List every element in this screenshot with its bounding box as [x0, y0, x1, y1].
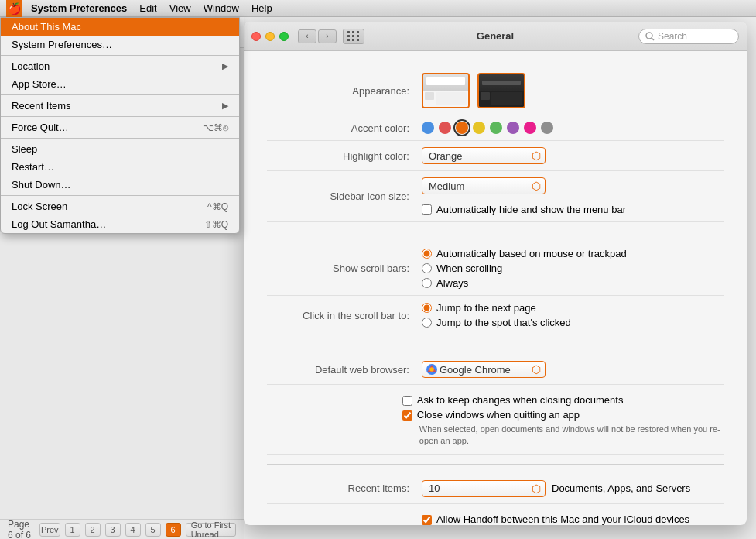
- scroll-auto-radio[interactable]: [422, 249, 432, 259]
- scroll-always-label: Always: [436, 277, 468, 289]
- shortcut-label: ^⌘Q: [207, 201, 228, 212]
- menubar-items: System Preferences Edit View Window Help: [25, 0, 279, 17]
- minimize-button[interactable]: [265, 32, 275, 41]
- sidebar-icon-size-select[interactable]: Small Medium Large: [422, 177, 546, 194]
- zoom-button[interactable]: [279, 32, 289, 41]
- dark-theme-option[interactable]: [477, 73, 525, 108]
- allow-handoff-checkbox[interactable]: [422, 515, 432, 525]
- default-browser-select[interactable]: Google Chrome Safari Firefox: [422, 361, 546, 378]
- color-red[interactable]: [439, 122, 451, 134]
- dropdown-item-app-store[interactable]: App Store…: [1, 75, 239, 95]
- apple-menu[interactable]: 🍎: [6, 0, 22, 17]
- checkboxes-spacer: [267, 391, 402, 448]
- color-purple[interactable]: [507, 122, 519, 134]
- shortcut-label: ⌥⌘⎋: [203, 122, 228, 133]
- recent-items-select-wrapper[interactable]: None 5 10 15 20 30 50 ⬡: [422, 480, 546, 497]
- dropdown-item-shut-down[interactable]: Shut Down…: [1, 176, 239, 196]
- allow-handoff-label: Allow Handoff between this Mac and your …: [436, 513, 689, 525]
- color-yellow[interactable]: [473, 122, 485, 134]
- auto-hide-menubar-row: Automatically hide and show the menu bar: [422, 204, 724, 215]
- dropdown-item-sleep[interactable]: Sleep: [1, 140, 239, 158]
- close-windows-checkbox[interactable]: [402, 410, 412, 421]
- go-to-first-unread-button[interactable]: Go to First Unread: [186, 523, 236, 537]
- show-scroll-bars-label: Show scroll bars:: [267, 263, 422, 274]
- close-button[interactable]: [251, 32, 261, 41]
- accent-color-label: Accent color:: [267, 122, 422, 134]
- apple-dropdown-menu: About This Mac System Preferences… Locat…: [0, 17, 240, 234]
- scroll-when-radio[interactable]: [422, 263, 432, 273]
- dropdown-item-lock-screen[interactable]: Lock Screen ^⌘Q: [1, 197, 239, 215]
- show-scroll-bars-control: Automatically based on mouse or trackpad…: [422, 248, 724, 289]
- submenu-arrow-icon: ▶: [222, 61, 228, 71]
- grid-view-button[interactable]: [343, 29, 364, 44]
- default-browser-select-wrapper[interactable]: Google Chrome Safari Firefox ⬡: [422, 361, 546, 378]
- dropdown-item-force-quit[interactable]: Force Quit… ⌥⌘⎋: [1, 118, 239, 139]
- search-box[interactable]: Search: [638, 29, 739, 44]
- close-windows-label: Close windows when quitting an app: [417, 409, 580, 421]
- back-button[interactable]: ‹: [298, 29, 316, 43]
- accent-color-control: [422, 122, 724, 134]
- svg-point-0: [646, 33, 652, 39]
- scroll-always-radio[interactable]: [422, 278, 432, 288]
- auto-hide-menubar-label: Automatically hide and show the menu bar: [436, 204, 626, 215]
- click-jump-page-label: Jump to the next page: [436, 302, 536, 314]
- dropdown-item-about[interactable]: About This Mac: [1, 18, 239, 36]
- section-divider-1: [267, 232, 724, 232]
- auto-hide-menubar-checkbox[interactable]: [422, 204, 432, 215]
- dropdown-item-restart[interactable]: Restart…: [1, 158, 239, 176]
- menubar-item-help[interactable]: Help: [245, 0, 279, 17]
- allow-handoff-check-row: Allow Handoff between this Mac and your …: [422, 513, 689, 525]
- sidebar-icon-size-select-wrapper[interactable]: Small Medium Large ⬡: [422, 177, 546, 194]
- scroll-when-row: When scrolling: [422, 263, 627, 274]
- system-preferences-window: ‹ › General Search Appearance:: [244, 22, 747, 525]
- color-green[interactable]: [490, 122, 502, 134]
- dropdown-item-label: About This Mac: [12, 21, 81, 33]
- color-orange[interactable]: [456, 122, 468, 134]
- recent-items-row: Recent items: None 5 10 15 20 30 50 ⬡: [267, 474, 724, 504]
- page-6-button[interactable]: 6: [166, 523, 181, 537]
- menubar-item-window[interactable]: Window: [197, 0, 245, 17]
- click-jump-page-radio[interactable]: [422, 303, 432, 313]
- submenu-arrow-icon: ▶: [222, 101, 228, 111]
- checkboxes-container: Ask to keep changes when closing documen…: [267, 391, 724, 448]
- click-jump-page-row: Jump to the next page: [422, 302, 571, 314]
- menubar-item-view[interactable]: View: [163, 0, 197, 17]
- page-5-button[interactable]: 5: [145, 523, 161, 537]
- window-title: General: [477, 30, 514, 42]
- recent-items-select[interactable]: None 5 10 15 20 30 50: [422, 480, 546, 497]
- color-blue[interactable]: [422, 122, 434, 134]
- light-theme-option[interactable]: [422, 73, 470, 108]
- dropdown-item-recent-items[interactable]: Recent Items ▶: [1, 97, 239, 117]
- color-graphite[interactable]: [541, 122, 553, 134]
- recent-items-controls: None 5 10 15 20 30 50 ⬡ Documents, Apps,…: [422, 480, 690, 497]
- dropdown-item-log-out[interactable]: Log Out Samantha… ⇧⌘Q: [1, 215, 239, 233]
- pagination-bar: Page 6 of 6 Prev 1 2 3 4 5 6 Go to First…: [0, 519, 244, 539]
- click-jump-spot-row: Jump to the spot that's clicked: [422, 317, 571, 328]
- menubar-item-edit[interactable]: Edit: [133, 0, 162, 17]
- page-4-button[interactable]: 4: [125, 523, 141, 537]
- page-1-button[interactable]: 1: [65, 523, 80, 537]
- dropdown-item-location[interactable]: Location ▶: [1, 57, 239, 75]
- window-titlebar: ‹ › General Search: [244, 22, 747, 51]
- dropdown-item-system-prefs[interactable]: System Preferences…: [1, 36, 239, 56]
- scroll-always-row: Always: [422, 277, 627, 289]
- highlight-color-select-wrapper[interactable]: Orange Blue Purple Pink Red Gold Green G…: [422, 147, 546, 164]
- ask-keep-changes-checkbox[interactable]: [402, 396, 412, 406]
- scroll-when-label: When scrolling: [436, 263, 502, 274]
- click-jump-spot-radio[interactable]: [422, 318, 432, 328]
- prev-page-button[interactable]: Prev: [39, 523, 60, 537]
- click-scroll-radio-group: Jump to the next page Jump to the spot t…: [422, 302, 571, 328]
- window-content: Appearance:: [244, 51, 747, 525]
- forward-button[interactable]: ›: [318, 29, 337, 43]
- highlight-color-control: Orange Blue Purple Pink Red Gold Green G…: [422, 147, 724, 164]
- highlight-color-label: Highlight color:: [267, 150, 422, 162]
- ask-keep-changes-row: Ask to keep changes when closing documen…: [402, 394, 724, 406]
- color-pink[interactable]: [524, 122, 536, 134]
- page-3-button[interactable]: 3: [105, 523, 121, 537]
- page-2-button[interactable]: 2: [85, 523, 101, 537]
- highlight-color-select[interactable]: Orange Blue Purple Pink Red Gold Green G…: [422, 147, 546, 164]
- menubar-item-system-preferences[interactable]: System Preferences: [25, 0, 133, 17]
- documents-checkboxes-row: Ask to keep changes when closing documen…: [267, 385, 724, 455]
- dropdown-item-label: Restart…: [12, 161, 54, 173]
- accent-color-row: Accent color:: [267, 115, 724, 141]
